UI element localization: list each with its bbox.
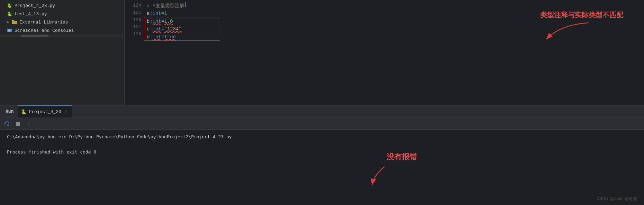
svg-rect-1 (12, 20, 14, 21)
sidebar-item-label-2: test_4_13.py (15, 11, 47, 17)
sidebar-item-external-libraries[interactable]: ▶ External Libraries (0, 18, 124, 26)
folder-icon (12, 19, 17, 25)
run-toolbar: ⋮ (0, 118, 644, 130)
code-comment: # #变量类型注解 (147, 2, 184, 10)
code-content: 124 125 126 127 128 # #变量类型注解 a :int = 1 (125, 0, 644, 105)
sidebar-item-project423[interactable]: 🐍 Project_4_23.py (0, 1, 124, 10)
run-output: C:\Anacodna\python.exe D:\Python_Pycharm… (0, 130, 644, 205)
type-mismatch-annotation: 类型注释与实际类型不匹配 (540, 10, 623, 20)
credit-text: CSDN @Code|哈哈笑 (597, 195, 637, 202)
no-error-text: 没有报错 (367, 150, 436, 163)
py-icon: 🐍 (7, 3, 12, 8)
var-c: c (147, 25, 149, 33)
cursor (185, 2, 185, 7)
run-tab-file-label: Project_4_23 (29, 109, 61, 114)
top-panel: 🐍 Project_4_23.py 🐍 test_4_13.py ▶ Exter… (0, 0, 644, 105)
stop-icon (16, 122, 20, 126)
sidebar-item-label-3: External Libraries (19, 20, 68, 25)
py-icon-run: 🐍 (21, 109, 27, 115)
var-a: a (147, 10, 149, 17)
sidebar-item-test413[interactable]: 🐍 test_4_13.py (0, 10, 124, 18)
run-label[interactable]: Run (1, 105, 18, 118)
line-numbers: 124 125 126 127 128 (125, 2, 144, 103)
rerun-button[interactable] (3, 120, 11, 128)
annotation-arrow (540, 21, 596, 42)
type-annotation-area: 类型注释与实际类型不匹配 (540, 10, 623, 42)
output-process-line: Process finished with exit code 0 (7, 148, 637, 156)
py-icon-2: 🐍 (7, 11, 12, 17)
chevron-right-icon: ▶ (7, 20, 9, 24)
svg-rect-0 (12, 21, 17, 24)
var-d: d (147, 33, 149, 41)
no-error-annotation-area: 没有报错 (367, 150, 436, 190)
run-tab-file[interactable]: 🐍 Project_4_23 × (18, 105, 72, 118)
stop-button[interactable] (14, 120, 22, 128)
bottom-panel: Run 🐍 Project_4_23 × ⋮ C:\Anacodna\pytho… (0, 105, 644, 205)
sidebar: 🐍 Project_4_23.py 🐍 test_4_13.py ▶ Exter… (0, 0, 125, 105)
ellipsis-icon: ⋮ (27, 121, 31, 127)
run-tabs-bar: Run 🐍 Project_4_23 × (0, 105, 644, 118)
more-options-button[interactable]: ⋮ (25, 120, 33, 128)
output-blank (7, 141, 637, 148)
sidebar-item-scratches[interactable]: Scratches and Consoles (0, 26, 124, 35)
sidebar-scrollbar (0, 35, 124, 37)
run-tab-close-button[interactable]: × (63, 109, 69, 115)
editor-area: 124 125 126 127 128 # #变量类型注解 a :int = 1 (125, 0, 644, 105)
sidebar-item-label-4: Scratches and Consoles (15, 28, 74, 33)
scratches-icon (7, 28, 12, 33)
sidebar-item-label: Project_4_23.py (15, 3, 55, 8)
code-line-124: # #变量类型注解 (147, 2, 644, 10)
no-error-arrow (367, 163, 436, 187)
output-command-line: C:\Anacodna\python.exe D:\Python_Pycharm… (7, 133, 637, 141)
var-b: b (147, 18, 149, 25)
